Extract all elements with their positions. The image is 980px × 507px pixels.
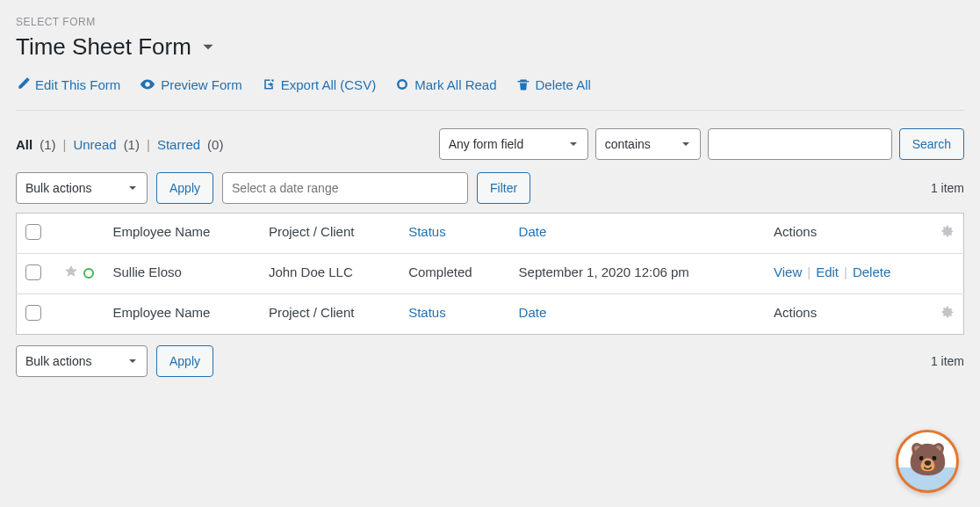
preview-form-label: Preview Form (161, 77, 242, 92)
edit-form-link[interactable]: Edit This Form (16, 76, 120, 92)
filter-button[interactable]: Filter (477, 172, 530, 204)
col-actions-header: Actions (765, 214, 932, 254)
separator: | (844, 264, 847, 279)
bulk-left-bottom: Bulk actions Apply (16, 345, 213, 377)
export-csv-label: Export All (CSV) (281, 77, 376, 92)
gear-icon[interactable] (940, 226, 955, 241)
col-project-header: Project / Client (260, 214, 400, 254)
bulk-left-top: Bulk actions Apply Filter (16, 172, 530, 204)
col-employee-footer: Employee Name (104, 294, 260, 335)
search-field-select[interactable]: Any form field (439, 128, 588, 160)
page-title: Time Sheet Form (16, 33, 191, 61)
col-status-footer[interactable]: Status (400, 294, 509, 335)
delete-entry-link[interactable]: Delete (853, 264, 890, 279)
edit-entry-link[interactable]: Edit (816, 264, 839, 279)
form-switcher-chevron-down-icon[interactable] (200, 40, 216, 55)
delete-all-link[interactable]: Delete All (516, 76, 591, 92)
export-csv-link[interactable]: Export All (CSV) (262, 76, 376, 92)
item-count-top: 1 item (931, 181, 964, 195)
col-status-header[interactable]: Status (400, 214, 509, 254)
mark-all-read-label: Mark All Read (414, 77, 496, 92)
filter-all-count: (1) (40, 137, 55, 152)
cell-employee: Sullie Eloso (104, 254, 260, 294)
edit-form-label: Edit This Form (35, 77, 120, 92)
preview-form-link[interactable]: Preview Form (140, 76, 242, 92)
cell-project: John Doe LLC (260, 254, 400, 294)
cell-status: Completed (400, 254, 509, 294)
star-icon[interactable] (64, 264, 78, 281)
pencil-icon (16, 77, 30, 91)
bulk-actions-select-top[interactable]: Bulk actions (16, 172, 148, 204)
delete-all-label: Delete All (536, 77, 591, 92)
filter-area: All (1) | Unread (1) | Starred (0) Any f… (16, 128, 964, 160)
col-project-footer: Project / Client (260, 294, 400, 335)
filter-unread-link[interactable]: Unread (73, 137, 116, 152)
row-indicators (64, 264, 96, 281)
search-input[interactable] (708, 128, 892, 160)
mark-all-read-link[interactable]: Mark All Read (395, 76, 496, 92)
page-title-row: Time Sheet Form (16, 33, 964, 61)
col-date-header[interactable]: Date (510, 214, 765, 254)
row-checkbox[interactable] (25, 264, 41, 280)
col-actions-footer: Actions (765, 294, 932, 335)
bulk-actions-select-bottom[interactable]: Bulk actions (16, 345, 148, 377)
table-header-row: Employee Name Project / Client Status Da… (17, 214, 964, 254)
bulk-apply-button-top[interactable]: Apply (156, 172, 213, 204)
item-count-bottom: 1 item (931, 354, 964, 368)
export-icon (262, 77, 276, 91)
section-label: SELECT FORM (16, 16, 964, 28)
cell-date: September 1, 2020 12:06 pm (510, 254, 765, 294)
date-range-input[interactable] (222, 172, 468, 204)
select-all-checkbox[interactable] (25, 224, 41, 240)
bulk-row-top: Bulk actions Apply Filter 1 item (16, 172, 964, 204)
unread-indicator-icon[interactable] (83, 268, 94, 279)
filter-unread-count: (1) (124, 137, 140, 152)
svg-point-0 (398, 80, 407, 89)
entry-state-filters: All (1) | Unread (1) | Starred (0) (16, 137, 223, 152)
action-row: Edit This Form Preview Form Export All (… (16, 76, 964, 111)
table-row: Sullie Eloso John Doe LLC Completed Sept… (17, 254, 964, 294)
table-footer-row: Employee Name Project / Client Status Da… (17, 294, 964, 335)
col-employee-header: Employee Name (104, 214, 260, 254)
filter-all-link[interactable]: All (16, 137, 32, 152)
entries-table: Employee Name Project / Client Status Da… (16, 213, 964, 335)
search-group: Any form field contains Search (439, 128, 964, 160)
search-operator-select[interactable]: contains (595, 128, 701, 160)
row-actions: View | Edit | Delete (774, 264, 955, 279)
circle-icon (395, 77, 409, 91)
separator: | (147, 137, 150, 152)
filter-starred-count: (0) (207, 137, 223, 152)
select-all-checkbox-bottom[interactable] (25, 305, 41, 321)
col-date-footer[interactable]: Date (510, 294, 765, 335)
bulk-apply-button-bottom[interactable]: Apply (156, 345, 213, 377)
view-entry-link[interactable]: View (774, 264, 802, 279)
separator: | (807, 264, 811, 279)
separator: | (63, 137, 67, 152)
eye-icon (140, 76, 155, 92)
trash-icon (516, 77, 530, 91)
search-button[interactable]: Search (899, 128, 964, 160)
filter-starred-link[interactable]: Starred (157, 137, 200, 152)
gear-icon[interactable] (940, 307, 955, 322)
bulk-row-bottom: Bulk actions Apply 1 item (16, 345, 964, 377)
